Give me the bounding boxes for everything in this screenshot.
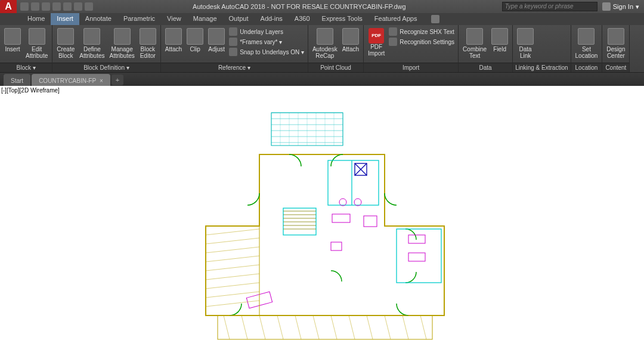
ribbon-panel-block-definition-: CreateBlockDefineAttributesManageAttribu… <box>52 25 161 72</box>
qat-saveas-icon[interactable] <box>52 2 61 11</box>
data-link-button-label: DataLink <box>519 46 532 59</box>
ribbon-tab-featured-apps[interactable]: Featured Apps <box>369 13 423 25</box>
doc-tab-countrycabin[interactable]: COUNTRYCABIN-FP× <box>32 74 110 86</box>
linking-small-icon-2[interactable] <box>538 49 549 60</box>
panel-title[interactable]: Reference ▾ <box>161 63 308 72</box>
ribbon-tab-a360[interactable]: A360 <box>289 13 316 25</box>
field-button[interactable]: Field <box>490 27 510 54</box>
sign-in-button[interactable]: Sign In ▾ <box>597 2 644 11</box>
recap-button-icon <box>317 28 333 45</box>
block-editor-button[interactable]: BlockEditor <box>138 27 158 60</box>
close-icon[interactable]: × <box>100 78 103 84</box>
underlay-layers-icon <box>229 27 237 36</box>
floor-plan-drawing <box>194 110 450 348</box>
attach-button-label: Attach <box>165 46 182 52</box>
create-block-button-label: CreateBlock <box>57 46 75 59</box>
field-button-label: Field <box>493 46 506 52</box>
svg-rect-32 <box>218 315 432 339</box>
ribbon-panel-location: SetLocationLocation <box>571 25 603 72</box>
pdf-import-button[interactable]: PDFPDFImport <box>366 27 386 58</box>
ribbon-tab-output[interactable]: Output <box>223 13 255 25</box>
recognize-shx-label: Recognize SHX Text <box>400 29 454 35</box>
ribbon-tab-home[interactable]: Home <box>21 13 51 25</box>
define-attributes-button[interactable]: DefineAttributes <box>78 27 106 60</box>
pc-attach-button[interactable]: Attach <box>340 27 361 54</box>
svg-line-37 <box>295 315 301 339</box>
help-search-input[interactable]: Type a keyword or phrase <box>502 2 597 11</box>
recognize-shx[interactable]: Recognize SHX Text <box>388 27 456 36</box>
svg-point-8 <box>339 199 346 206</box>
data-link-button[interactable]: DataLink <box>515 27 535 60</box>
qat-redo-icon[interactable] <box>85 2 93 11</box>
linking-small-icon-0[interactable] <box>538 27 549 38</box>
frames-vary[interactable]: *Frames vary* ▾ <box>228 37 305 47</box>
combine-text-button[interactable]: CombineText <box>461 27 488 60</box>
manage-attributes-button[interactable]: ManageAttributes <box>108 27 137 60</box>
recognition-settings-icon <box>389 38 397 46</box>
app-logo[interactable]: A <box>0 0 17 13</box>
recap-button[interactable]: AutodeskReCap <box>311 27 339 60</box>
attach-button-icon <box>165 28 182 45</box>
drawing-viewport[interactable]: [-][Top][2D Wireframe] <box>0 86 644 362</box>
qat-undo-icon[interactable] <box>74 2 82 11</box>
viewport-controls-label[interactable]: [-][Top][2D Wireframe] <box>1 87 60 94</box>
linking-small-icon-1[interactable] <box>538 38 549 49</box>
ribbon-panel-reference-: AttachClipAdjustUnderlay Layers*Frames v… <box>161 25 308 72</box>
attach-button[interactable]: Attach <box>163 27 184 54</box>
panel-title[interactable]: Block Definition ▾ <box>52 63 160 72</box>
ribbon-tab-annotate[interactable]: Annotate <box>79 13 117 25</box>
ribbon: InsertEditAttributeBlock ▾CreateBlockDef… <box>0 25 644 73</box>
svg-line-24 <box>206 238 259 244</box>
insert-button-icon <box>4 28 21 45</box>
pc-attach-button-icon <box>342 28 359 45</box>
ribbon-gear-icon[interactable] <box>425 13 445 25</box>
recognition-settings[interactable]: Recognition Settings <box>388 37 456 47</box>
pdf-icon: PDF <box>369 28 384 44</box>
panel-title[interactable]: Linking & Extraction <box>513 63 570 72</box>
panel-title[interactable]: Data <box>459 63 512 72</box>
qat-new-icon[interactable] <box>20 2 29 11</box>
ribbon-tab-view[interactable]: View <box>161 13 187 25</box>
edit-attribute-button[interactable]: EditAttribute <box>24 27 49 60</box>
qat-plot-icon[interactable] <box>63 2 72 11</box>
panel-title[interactable]: Content <box>602 63 629 72</box>
frames-vary-icon <box>229 38 237 46</box>
qat-open-icon[interactable] <box>31 2 39 11</box>
qat-save-icon[interactable] <box>42 2 50 11</box>
adjust-button-icon <box>208 28 225 45</box>
underlay-layers[interactable]: Underlay Layers <box>228 27 305 36</box>
field-button-icon <box>491 28 508 45</box>
new-tab-button[interactable]: + <box>112 75 123 85</box>
panel-title[interactable]: Block ▾ <box>0 63 52 72</box>
panel-title[interactable]: Point Cloud <box>308 63 363 72</box>
create-block-button[interactable]: CreateBlock <box>55 27 76 60</box>
ribbon-tab-express-tools[interactable]: Express Tools <box>316 13 369 25</box>
svg-point-9 <box>354 199 361 206</box>
adjust-button[interactable]: Adjust <box>206 27 227 54</box>
ribbon-tab-insert[interactable]: Insert <box>51 13 79 25</box>
svg-rect-1 <box>328 160 379 205</box>
ribbon-tab-parametric[interactable]: Parametric <box>117 13 161 25</box>
design-center-button[interactable]: DesignCenter <box>605 27 627 60</box>
doc-tab-start[interactable]: Start <box>4 74 30 86</box>
insert-button[interactable]: Insert <box>2 27 23 54</box>
window-title: Autodesk AutoCAD 2018 - NOT FOR RESALE C… <box>97 3 502 10</box>
ribbon-panel-data: CombineTextFieldData <box>459 25 513 72</box>
panel-title[interactable]: Import <box>364 63 458 72</box>
svg-line-38 <box>313 315 319 339</box>
document-tab-strip: StartCOUNTRYCABIN-FP×+ <box>0 73 644 86</box>
svg-rect-14 <box>408 253 425 261</box>
svg-rect-10 <box>332 214 350 222</box>
set-location-button-icon <box>578 28 595 45</box>
svg-line-39 <box>331 315 337 339</box>
ribbon-panel-block-: InsertEditAttributeBlock ▾ <box>0 25 52 72</box>
ribbon-tab-manage[interactable]: Manage <box>187 13 223 25</box>
ribbon-tab-add-ins[interactable]: Add-ins <box>255 13 289 25</box>
adjust-button-label: Adjust <box>208 46 225 52</box>
set-location-button-label: SetLocation <box>575 46 598 59</box>
svg-line-27 <box>206 265 259 271</box>
clip-button[interactable]: Clip <box>185 27 205 54</box>
snap-underlays[interactable]: Snap to Underlays ON ▾ <box>228 47 305 57</box>
set-location-button[interactable]: SetLocation <box>574 27 600 60</box>
panel-title[interactable]: Location <box>571 63 602 72</box>
